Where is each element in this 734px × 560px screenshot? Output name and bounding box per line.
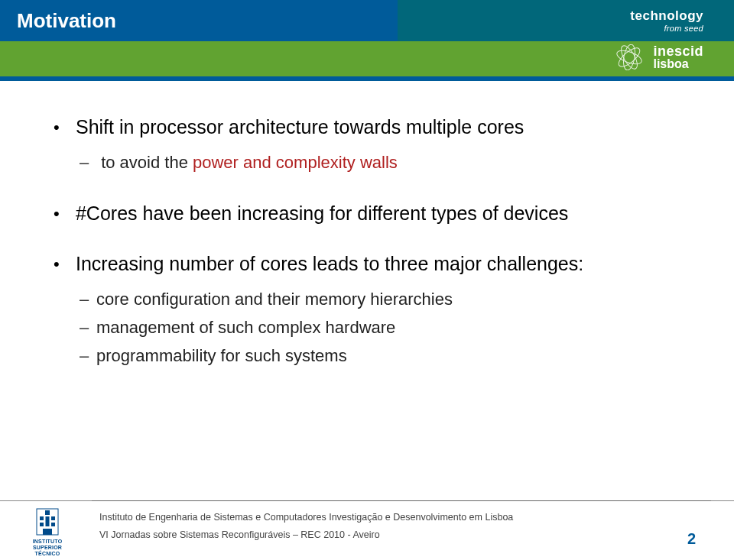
title-bar: Motivation [0,0,398,41]
bullet-3-sub-3: programmability for such systems [96,342,696,370]
svg-rect-11 [46,516,50,526]
bullet-1: Shift in processor architecture towards … [54,115,696,176]
svg-rect-6 [45,510,50,515]
bullet-1-sub-1-emph: power and complexity walls [193,153,398,172]
ist-label-2: SUPERIOR [33,545,62,550]
slide-body: Shift in processor architecture towards … [0,76,734,371]
bullet-3: Increasing number of cores leads to thre… [54,251,696,371]
svg-rect-10 [51,523,55,526]
brand-technology-label: technology [630,8,703,24]
svg-rect-5 [43,529,52,535]
bullet-1-sub-1-pre: to avoid the [101,153,193,172]
svg-rect-9 [40,523,44,526]
brand-fromseed-label: from seed [664,24,703,33]
inesc-logo: inescid lisboa [615,44,703,70]
bullet-1-text: Shift in processor architecture towards … [76,116,524,138]
brand-strip: technology from seed [398,0,734,41]
swirl-icon [615,44,644,70]
bullet-3-sub-2: management of such complex hardware [96,313,696,342]
ist-label-1: INSTITUTO [33,539,63,544]
slide-header: Motivation technology from seed inescid … [0,0,734,76]
header-underline [0,76,734,81]
inesc-text: inescid lisboa [653,44,703,70]
ist-label-3: TÉCNICO [35,551,60,556]
inesc-line2: lisboa [653,58,703,70]
footer-line-2: VI Jornadas sobre Sistemas Reconfiguráve… [99,526,513,544]
bullet-3-sub-1: core configuration and their memory hier… [96,285,696,313]
svg-rect-7 [40,516,44,520]
ist-logo: INSTITUTO SUPERIOR TÉCNICO [11,506,84,556]
footer-line-1: Instituto de Engenharia de Sistemas e Co… [99,509,513,526]
svg-rect-8 [51,516,55,520]
footer-divider [92,500,711,501]
inesc-line1: inescid [653,44,703,58]
bullet-2-text: #Cores have been increasing for differen… [76,202,568,224]
page-number: 2 [687,530,696,548]
bullet-2: #Cores have been increasing for differen… [54,201,696,227]
bullet-3-text: Increasing number of cores leads to thre… [76,253,583,274]
slide-footer: INSTITUTO SUPERIOR TÉCNICO Instituto de … [0,500,734,560]
slide-title: Motivation [0,9,116,33]
footer-text: Instituto de Engenharia de Sistemas e Co… [99,509,513,543]
bullet-1-sub-1: to avoid the power and complexity walls [96,148,696,176]
